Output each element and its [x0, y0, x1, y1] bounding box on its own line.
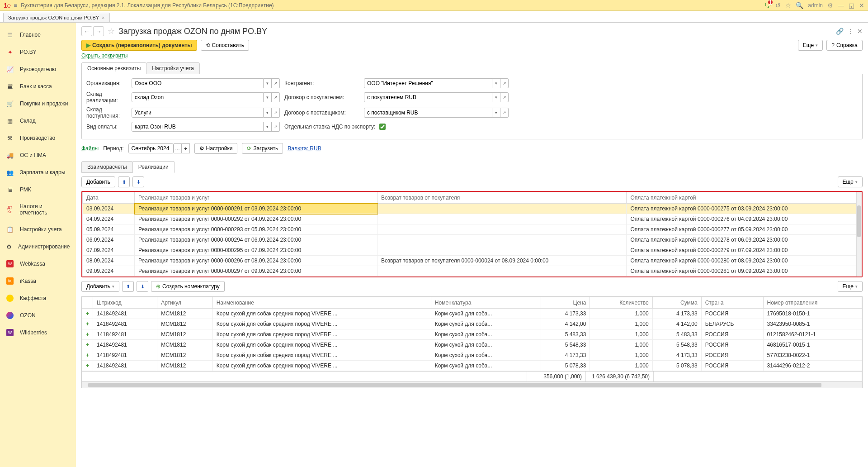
- settings-icon[interactable]: ⚙: [827, 2, 833, 9]
- col-date[interactable]: Дата: [83, 192, 135, 204]
- close-window-icon[interactable]: ✕: [859, 2, 864, 9]
- col-payment[interactable]: Оплата платежной картой: [627, 192, 862, 204]
- files-link[interactable]: Файлы: [81, 145, 99, 152]
- dropdown-icon[interactable]: ▾: [264, 122, 272, 132]
- link-icon[interactable]: 🔗: [836, 28, 844, 35]
- open-icon[interactable]: ↗: [272, 92, 280, 102]
- dropdown-icon[interactable]: ▾: [492, 108, 500, 118]
- search-icon[interactable]: 🔍: [796, 2, 803, 9]
- minimize-icon[interactable]: —: [838, 2, 844, 9]
- notification-icon[interactable]: 🗨1: [764, 2, 771, 9]
- add-item-button[interactable]: Добавить: [81, 281, 119, 292]
- open-icon[interactable]: ↗: [272, 122, 280, 132]
- sidebar-item-acc-settings[interactable]: 📋Настройки учета: [0, 221, 76, 238]
- sidebar-item-ikassa[interactable]: iKiKassa: [0, 272, 76, 290]
- period-input[interactable]: [128, 143, 174, 153]
- open-icon[interactable]: ↗: [500, 92, 509, 102]
- sidebar-item-production[interactable]: ⚒Производство: [0, 129, 76, 147]
- move-up-icon[interactable]: ⬆: [118, 176, 130, 187]
- col-qty[interactable]: Количество: [590, 297, 652, 309]
- sidebar-item-salary[interactable]: 👥Зарплата и кадры: [0, 164, 76, 181]
- org-input[interactable]: [132, 78, 264, 88]
- open-icon[interactable]: ↗: [272, 108, 280, 118]
- dropdown-icon[interactable]: ▾: [264, 108, 272, 118]
- wh-real-input[interactable]: [132, 92, 264, 102]
- add-row-button[interactable]: Добавить: [81, 176, 115, 187]
- hide-details-link[interactable]: Скрыть реквизиты: [81, 52, 863, 59]
- dropdown-icon[interactable]: ▾: [264, 92, 272, 102]
- nav-forward-button[interactable]: →: [93, 26, 104, 36]
- scrollbar[interactable]: [856, 192, 862, 276]
- sidebar-item-manager[interactable]: 📈Руководителю: [0, 61, 76, 78]
- more-button[interactable]: Еще: [798, 40, 823, 51]
- period-step-icon[interactable]: ÷: [182, 143, 190, 153]
- restore-icon[interactable]: ◱: [849, 2, 854, 9]
- payment-input[interactable]: [132, 122, 264, 132]
- open-icon[interactable]: ↗: [500, 108, 509, 118]
- sidebar-item-kaffesta[interactable]: Каффеста: [0, 290, 76, 307]
- move-up-icon[interactable]: ⬆: [122, 281, 134, 292]
- more-button[interactable]: Еще: [838, 176, 863, 187]
- col-shipment[interactable]: Номер отправления: [763, 297, 862, 309]
- sidebar-item-poby[interactable]: ✦PO.BY: [0, 43, 76, 61]
- col-article[interactable]: Артикул: [157, 297, 213, 309]
- load-button[interactable]: ⟳ Загрузить: [242, 143, 283, 154]
- table-row[interactable]: +1418492481МСМ1812Корм сухой для собак с…: [82, 319, 862, 329]
- sidebar-item-bank[interactable]: 🏛Банк и касса: [0, 78, 76, 95]
- sidebar-item-sales[interactable]: 🛒Покупки и продажи: [0, 95, 76, 112]
- sidebar-item-wildberries[interactable]: WWildberries: [0, 324, 76, 341]
- table-row[interactable]: 07.09.2024Реализация товаров и услуг 000…: [83, 245, 862, 256]
- move-down-icon[interactable]: ⬇: [132, 176, 144, 187]
- user-label[interactable]: admin: [808, 2, 823, 9]
- col-realization[interactable]: Реализация товаров и услуг: [135, 192, 377, 204]
- table-row[interactable]: 05.09.2024Реализация товаров и услуг 000…: [83, 224, 862, 235]
- more-button[interactable]: Еще: [838, 281, 863, 292]
- buyer-contract-input[interactable]: [364, 92, 492, 102]
- wh-in-input[interactable]: [132, 108, 264, 118]
- dropdown-icon[interactable]: ▾: [492, 92, 500, 102]
- table-row[interactable]: 09.09.2024Реализация товаров и услуг 000…: [83, 266, 862, 276]
- compare-button[interactable]: ⟲ Сопоставить: [201, 40, 249, 51]
- close-page-icon[interactable]: ✕: [857, 28, 863, 35]
- open-icon[interactable]: ↗: [500, 78, 509, 88]
- table-row[interactable]: 06.09.2024Реализация товаров и услуг 000…: [83, 235, 862, 245]
- close-icon[interactable]: ×: [102, 15, 104, 20]
- period-select-icon[interactable]: …: [174, 143, 182, 153]
- create-nomenclature-button[interactable]: ⊕ Создать номенклатуру: [151, 281, 225, 292]
- history-icon[interactable]: ↺: [775, 2, 781, 9]
- menu-icon[interactable]: ≡: [14, 2, 17, 9]
- vat-checkbox[interactable]: [379, 124, 386, 130]
- sidebar-item-tax[interactable]: ДтКтНалоги и отчетность: [0, 198, 76, 221]
- horizontal-scrollbar[interactable]: [81, 382, 863, 388]
- tab-ozon-load[interactable]: Загрузка продаж OZON по дням PO.BY ×: [3, 13, 110, 22]
- settings-button[interactable]: ⚙ Настройки: [194, 143, 238, 154]
- help-button[interactable]: ? Справка: [826, 40, 863, 51]
- table-row[interactable]: +1418492481МСМ1812Корм сухой для собак с…: [82, 350, 862, 361]
- table-row[interactable]: +1418492481МСМ1812Корм сухой для собак с…: [82, 340, 862, 350]
- col-name[interactable]: Наименование: [212, 297, 431, 309]
- nav-back-button[interactable]: ←: [81, 26, 92, 36]
- tab-settlements[interactable]: Взаиморасчеты: [81, 161, 133, 173]
- col-sum[interactable]: Сумма: [652, 297, 701, 309]
- sidebar-item-warehouse[interactable]: ▦Склад: [0, 112, 76, 129]
- col-price[interactable]: Цена: [541, 297, 590, 309]
- table-row[interactable]: +1418492481МСМ1812Корм сухой для собак с…: [82, 309, 862, 319]
- more-icon[interactable]: ⋮: [847, 28, 854, 35]
- create-documents-button[interactable]: ▶Создать (перезаполнить) документы: [81, 40, 197, 51]
- table-row[interactable]: +1418492481МСМ1812Корм сухой для собак с…: [82, 329, 862, 340]
- favorites-icon[interactable]: ☆: [785, 2, 791, 9]
- supplier-contract-input[interactable]: [364, 108, 492, 118]
- currency-link[interactable]: Валюта: RUB: [288, 145, 321, 152]
- col-nomenclature[interactable]: Номенклатура: [431, 297, 541, 309]
- sidebar-item-assets[interactable]: 🚚ОС и НМА: [0, 147, 76, 164]
- col-return[interactable]: Возврат товаров от покупателя: [377, 192, 627, 204]
- tab-main-details[interactable]: Основные реквизиты: [81, 62, 146, 74]
- contractor-input[interactable]: [364, 78, 492, 88]
- tab-realizations[interactable]: Реализации: [132, 161, 175, 173]
- col-country[interactable]: Страна: [701, 297, 763, 309]
- dropdown-icon[interactable]: ▾: [492, 78, 500, 88]
- sidebar-item-ozon[interactable]: OZON: [0, 307, 76, 324]
- dropdown-icon[interactable]: ▾: [264, 78, 272, 88]
- sidebar-item-rmk[interactable]: 🖥РМК: [0, 181, 76, 198]
- sidebar-item-main[interactable]: ☰Главное: [0, 26, 76, 43]
